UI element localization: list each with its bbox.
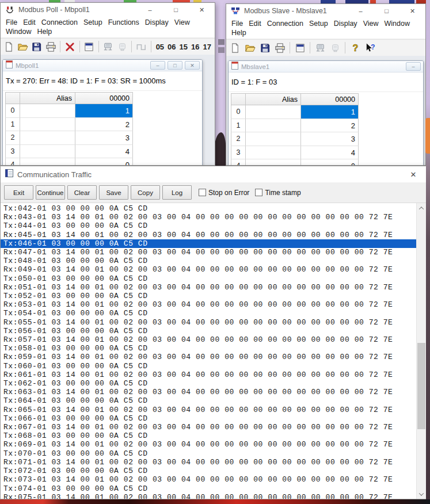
close-icon[interactable]: ✕ [401, 170, 426, 179]
value-cell[interactable]: 3 [75, 131, 133, 145]
device-icon[interactable] [328, 41, 342, 55]
poll-definition-icon[interactable] [116, 40, 128, 54]
communication-traffic-icon[interactable] [313, 41, 327, 55]
log-line[interactable]: Tx:048-01 03 00 00 00 0A C5 CD [1, 257, 416, 265]
log-line[interactable]: Tx:056-01 03 00 00 00 0A C5 CD [1, 327, 416, 335]
checkbox-box[interactable] [255, 189, 262, 196]
log-line[interactable]: Rx:061-01 03 14 00 01 00 02 00 03 00 04 … [1, 371, 416, 379]
scrollbar-thumb[interactable] [417, 343, 425, 429]
alias-cell[interactable] [20, 118, 75, 132]
log-line[interactable]: Rx:049-01 03 14 00 01 00 02 00 03 00 04 … [1, 265, 416, 274]
table-row[interactable]: 1 2 [5, 118, 133, 132]
table-row[interactable]: 3 4 [5, 145, 133, 159]
alias-cell[interactable] [246, 159, 301, 166]
save-icon[interactable] [31, 40, 43, 54]
traffic-action-button[interactable]: Exit [4, 185, 33, 200]
log-line[interactable]: Tx:044-01 03 00 00 00 0A C5 CD [1, 222, 416, 230]
value-cell[interactable]: 4 [301, 146, 359, 160]
alias-cell[interactable] [20, 145, 75, 159]
child-restore-button[interactable]: □ [168, 61, 182, 70]
alias-cell[interactable] [20, 158, 75, 166]
log-line[interactable]: Tx:050-01 03 00 00 00 0A C5 CD [1, 274, 416, 283]
modbus-poll-titlebar[interactable]: Modbus Poll - Mbpoll1 – □ ✕ [1, 3, 215, 17]
alias-cell[interactable] [246, 146, 301, 160]
log-line[interactable]: Tx:058-01 03 00 00 00 0A C5 CD [1, 344, 416, 353]
value-cell[interactable]: 4 [75, 145, 133, 159]
log-line[interactable]: Tx:054-01 03 00 00 00 0A C5 CD [1, 309, 416, 318]
menu-item[interactable]: File [229, 19, 246, 28]
alias-cell[interactable] [246, 105, 301, 119]
alias-cell[interactable] [20, 104, 75, 118]
checkbox-box[interactable] [199, 189, 206, 196]
disconnect-icon[interactable] [63, 40, 76, 54]
menu-item[interactable]: Help [34, 27, 55, 36]
vertical-scrollbar[interactable] [416, 203, 426, 499]
value-cell[interactable]: 0 [301, 159, 359, 166]
child-close-button[interactable]: ✕ [185, 61, 200, 70]
child-minimize-button[interactable]: – [150, 61, 165, 70]
table-row[interactable]: 4 0 [5, 158, 133, 166]
minimize-button[interactable]: – [348, 4, 374, 18]
log-line[interactable]: Rx:045-01 03 14 00 01 00 02 00 03 00 04 … [1, 231, 416, 239]
menu-item[interactable]: Display [142, 18, 172, 27]
alias-column-header[interactable]: Alias [20, 92, 75, 104]
value-column-header[interactable]: 00000 [301, 93, 359, 105]
save-icon[interactable] [258, 41, 272, 55]
close-button[interactable]: ✕ [189, 3, 215, 17]
log-line[interactable]: Tx:072-01 03 00 00 00 0A C5 CD [1, 467, 416, 475]
log-line[interactable]: Rx:047-01 03 14 00 01 00 02 00 03 00 04 … [1, 248, 416, 257]
log-line[interactable]: Rx:043-01 03 14 00 01 00 02 00 03 00 04 … [1, 213, 416, 222]
traffic-action-button[interactable]: Log [162, 185, 192, 200]
log-line[interactable]: Tx:060-01 03 00 00 00 0A C5 CD [1, 362, 416, 371]
close-button[interactable]: ✕ [399, 4, 425, 18]
new-file-icon[interactable] [2, 40, 15, 54]
alias-column-header[interactable]: Alias [246, 93, 301, 105]
mbpoll1-titlebar[interactable]: Mbpoll1 – □ ✕ [3, 60, 202, 71]
value-cell[interactable]: 1 [75, 104, 133, 118]
scroll-up-button[interactable] [417, 203, 426, 213]
menu-item[interactable]: View [360, 19, 382, 28]
maximize-button[interactable]: □ [374, 4, 399, 18]
traffic-action-button[interactable]: Clear [67, 185, 97, 200]
menu-item[interactable]: Window [382, 19, 413, 28]
function-code-button[interactable]: 05 [154, 43, 166, 51]
log-line[interactable]: Rx:059-01 03 14 00 01 00 02 00 03 00 04 … [1, 353, 416, 361]
modbus-slave-titlebar[interactable]: Modbus Slave - Mbslave1 – □ ✕ [226, 4, 425, 18]
log-line[interactable]: Rx:057-01 03 14 00 01 00 02 00 03 00 04 … [1, 335, 416, 344]
log-line[interactable]: Rx:065-01 03 14 00 01 00 02 00 03 00 04 … [1, 406, 416, 414]
log-line[interactable]: Tx:068-01 03 00 00 00 0A C5 CD [1, 432, 416, 440]
log-line[interactable]: Rx:069-01 03 14 00 01 00 02 00 03 00 04 … [1, 440, 416, 449]
menu-item[interactable]: Setup [81, 18, 105, 27]
log-line[interactable]: Rx:063-01 03 14 00 01 00 02 00 03 00 04 … [1, 388, 416, 396]
menu-item[interactable]: Connection [39, 18, 81, 27]
alias-cell[interactable] [20, 131, 75, 145]
log-line[interactable]: Tx:064-01 03 00 00 00 0A C5 CD [1, 396, 416, 405]
table-row[interactable]: 2 3 [231, 132, 359, 146]
table-row[interactable]: 3 4 [231, 146, 359, 160]
log-line[interactable]: Tx:062-01 03 00 00 00 0A C5 CD [1, 379, 416, 388]
log-line[interactable]: Rx:055-01 03 14 00 01 00 02 00 03 00 04 … [1, 318, 416, 327]
function-code-button[interactable]: 17 [201, 43, 213, 51]
traffic-action-button[interactable]: Copy [131, 185, 160, 200]
menu-item[interactable]: View [172, 18, 193, 27]
log-line[interactable]: Tx:070-01 03 00 00 00 0A C5 CD [1, 449, 416, 458]
menu-item[interactable]: Setup [306, 19, 331, 28]
function-code-button[interactable]: 06 [166, 43, 177, 51]
traffic-checkbox[interactable]: Time stamp [255, 189, 300, 197]
traffic-titlebar[interactable]: Communication Traffic ✕ [1, 166, 426, 182]
log-line[interactable]: Rx:071-01 03 14 00 01 00 02 00 03 00 04 … [1, 458, 416, 467]
setup-window-icon[interactable] [83, 40, 96, 54]
menu-item[interactable]: File [3, 18, 20, 27]
value-cell[interactable]: 1 [301, 105, 359, 119]
log-line[interactable]: Rx:075-01 03 14 00 01 00 02 00 03 00 04 … [1, 493, 416, 499]
value-column-header[interactable]: 00000 [75, 92, 133, 104]
table-row[interactable]: 4 0 [231, 159, 359, 166]
log-line[interactable]: Tx:066-01 03 00 00 00 0A C5 CD [1, 414, 416, 423]
menu-item[interactable]: Display [331, 19, 360, 28]
help-icon[interactable]: ? [348, 41, 362, 55]
alias-cell[interactable] [246, 119, 301, 133]
menu-item[interactable]: Connection [264, 19, 306, 28]
menu-item[interactable]: Edit [20, 18, 39, 27]
traffic-action-button[interactable]: Continue [36, 185, 65, 200]
menu-item[interactable]: Edit [246, 19, 264, 28]
